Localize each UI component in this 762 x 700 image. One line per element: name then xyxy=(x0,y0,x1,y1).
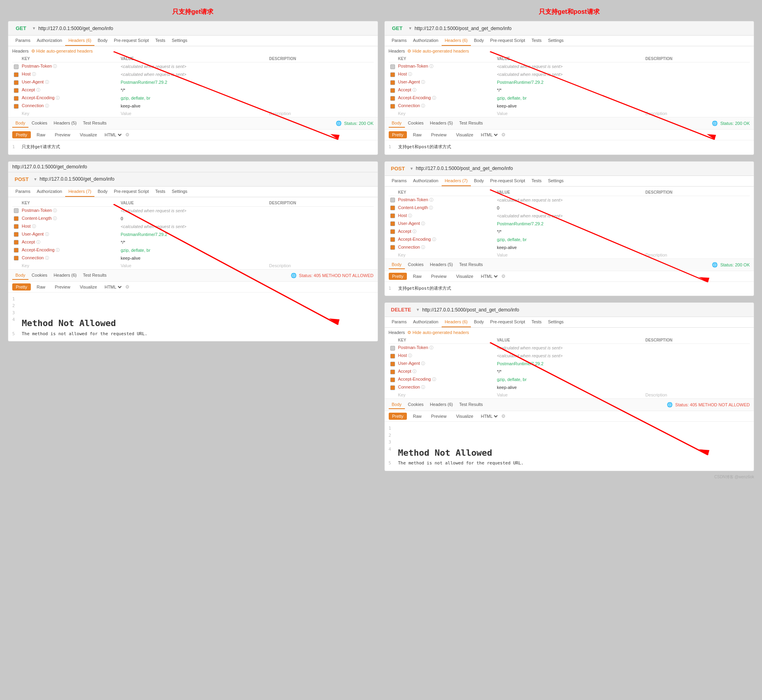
fmt-visualize-ml[interactable]: Visualize xyxy=(76,283,101,291)
tab-params-tl[interactable]: Params xyxy=(12,36,34,46)
fmt-select-tr[interactable]: HTML xyxy=(479,132,499,138)
tab-prereq-mr[interactable]: Pre-request Script xyxy=(487,176,529,186)
fmt-visualize-tl[interactable]: Visualize xyxy=(76,131,101,138)
resp-body-br[interactable]: Body xyxy=(389,400,405,409)
empty-desc[interactable]: Description xyxy=(267,262,373,269)
tab-prereq-ml[interactable]: Pre-request Script xyxy=(111,187,152,197)
tab-tests-tl[interactable]: Tests xyxy=(152,36,169,46)
fmt-pretty-tl[interactable]: Pretty xyxy=(12,131,31,138)
resp-cookies-tr[interactable]: Cookies xyxy=(405,119,427,128)
fmt-raw-ml[interactable]: Raw xyxy=(33,283,49,291)
tab-params-ml[interactable]: Params xyxy=(12,187,34,197)
row-check[interactable] xyxy=(389,375,397,383)
tab-body-br[interactable]: Body xyxy=(471,317,487,327)
fmt-preview-mr[interactable]: Preview xyxy=(427,273,450,280)
hide-auto-br[interactable]: ⚙ Hide auto-generated headers xyxy=(407,330,469,335)
row-check[interactable] xyxy=(12,86,20,94)
resp-tests-br[interactable]: Test Results xyxy=(456,400,486,409)
tab-params-mr[interactable]: Params xyxy=(389,176,410,186)
tab-auth-tl[interactable]: Authorization xyxy=(34,36,65,46)
resp-headers-ml[interactable]: Headers (6) xyxy=(51,271,80,280)
resp-cookies-br[interactable]: Cookies xyxy=(405,400,427,409)
empty-desc[interactable]: Description xyxy=(267,110,373,117)
tab-settings-ml[interactable]: Settings xyxy=(169,187,191,197)
resp-body-ml[interactable]: Body xyxy=(12,271,28,280)
row-check[interactable] xyxy=(12,246,20,254)
fmt-raw-tl[interactable]: Raw xyxy=(33,131,49,138)
resp-headers-mr[interactable]: Headers (5) xyxy=(427,260,456,269)
empty-key[interactable]: Key xyxy=(20,110,119,117)
empty-value[interactable]: Value xyxy=(119,110,267,117)
row-check[interactable] xyxy=(12,206,20,215)
resp-headers-br[interactable]: Headers (6) xyxy=(427,400,456,409)
fmt-pretty-br[interactable]: Pretty xyxy=(389,413,407,420)
resp-tab-cookies-tl[interactable]: Cookies xyxy=(28,119,51,128)
tab-settings-tl[interactable]: Settings xyxy=(169,36,191,46)
row-check[interactable] xyxy=(389,220,397,228)
row-check[interactable] xyxy=(389,78,397,86)
hide-auto-tl[interactable]: ⚙ Hide auto-generated headers xyxy=(31,49,93,53)
empty-value[interactable]: Value xyxy=(495,110,644,117)
empty-value[interactable]: Value xyxy=(119,262,267,269)
resp-cookies-ml[interactable]: Cookies xyxy=(28,271,51,280)
row-check[interactable] xyxy=(12,78,20,86)
fmt-preview-tr[interactable]: Preview xyxy=(427,131,450,138)
tab-body-tr[interactable]: Body xyxy=(471,36,487,46)
resp-body-mr[interactable]: Body xyxy=(389,260,405,269)
fmt-preview-br[interactable]: Preview xyxy=(427,413,450,420)
row-check[interactable] xyxy=(12,223,20,230)
row-check[interactable] xyxy=(389,196,397,204)
tab-auth-mr[interactable]: Authorization xyxy=(410,176,441,186)
resp-tab-headers-tl[interactable]: Headers (5) xyxy=(51,119,80,128)
row-check[interactable] xyxy=(12,102,20,110)
row-check[interactable] xyxy=(12,70,20,78)
row-check[interactable] xyxy=(12,62,20,71)
row-check[interactable] xyxy=(389,204,397,212)
row-check[interactable] xyxy=(389,236,397,243)
resp-body-tr[interactable]: Body xyxy=(389,119,405,128)
resp-tests-tr[interactable]: Test Results xyxy=(456,119,486,128)
tab-prereq-br[interactable]: Pre-request Script xyxy=(487,317,529,327)
tab-settings-tr[interactable]: Settings xyxy=(545,36,567,46)
row-check[interactable] xyxy=(389,212,397,220)
row-check[interactable] xyxy=(389,86,397,94)
row-check[interactable] xyxy=(389,228,397,236)
tab-params-tr[interactable]: Params xyxy=(389,36,410,46)
row-check[interactable] xyxy=(12,230,20,238)
empty-desc[interactable]: Description xyxy=(644,110,750,117)
row-check[interactable] xyxy=(12,215,20,223)
resp-tests-ml[interactable]: Test Results xyxy=(80,271,110,280)
hide-auto-tr[interactable]: ⚙ Hide auto-generated headers xyxy=(407,49,469,53)
tab-settings-br[interactable]: Settings xyxy=(545,317,567,327)
fmt-select-ml[interactable]: HTML xyxy=(103,284,123,290)
row-check[interactable] xyxy=(389,102,397,110)
row-check[interactable] xyxy=(389,344,397,352)
row-check[interactable] xyxy=(389,352,397,360)
empty-desc[interactable]: Description xyxy=(644,251,750,258)
tab-tests-tr[interactable]: Tests xyxy=(528,36,545,46)
empty-key[interactable]: Key xyxy=(397,110,495,117)
empty-key[interactable]: Key xyxy=(397,251,495,258)
empty-key[interactable]: Key xyxy=(20,262,119,269)
row-check[interactable] xyxy=(12,238,20,246)
resp-cookies-mr[interactable]: Cookies xyxy=(405,260,427,269)
empty-key[interactable]: Key xyxy=(397,391,495,398)
tab-body-ml[interactable]: Body xyxy=(94,187,111,197)
tab-params-br[interactable]: Params xyxy=(389,317,410,327)
tab-prereq-tr[interactable]: Pre-request Script xyxy=(487,36,529,46)
tab-headers-ml[interactable]: Headers (7) xyxy=(65,187,94,197)
tab-tests-br[interactable]: Tests xyxy=(528,317,545,327)
fmt-pretty-tr[interactable]: Pretty xyxy=(389,131,407,138)
tab-body-mr[interactable]: Body xyxy=(471,176,487,186)
fmt-raw-mr[interactable]: Raw xyxy=(409,273,425,280)
empty-value[interactable]: Value xyxy=(495,251,644,258)
fmt-raw-tr[interactable]: Raw xyxy=(409,131,425,138)
tab-headers-tl[interactable]: Headers (6) xyxy=(65,36,94,46)
tab-settings-mr[interactable]: Settings xyxy=(545,176,567,186)
fmt-preview-tl[interactable]: Preview xyxy=(51,131,74,138)
resp-tests-mr[interactable]: Test Results xyxy=(456,260,486,269)
tab-prereq-tl[interactable]: Pre-request Script xyxy=(111,36,152,46)
fmt-preview-ml[interactable]: Preview xyxy=(51,283,74,291)
fmt-visualize-tr[interactable]: Visualize xyxy=(452,131,477,138)
tab-auth-br[interactable]: Authorization xyxy=(410,317,441,327)
